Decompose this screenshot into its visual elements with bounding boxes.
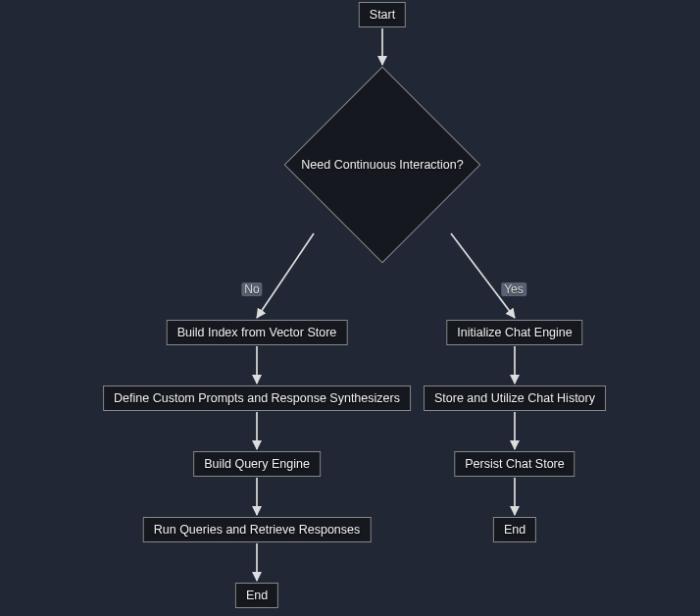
- node-build-index: Build Index from Vector Store: [167, 320, 348, 345]
- node-run-queries: Run Queries and Retrieve Responses: [143, 517, 372, 542]
- node-define-prompts: Define Custom Prompts and Response Synth…: [103, 385, 411, 411]
- edge-label-no: No: [241, 282, 262, 296]
- node-end-no: End: [235, 583, 278, 608]
- node-end-yes: End: [493, 517, 536, 542]
- edge-label-yes: Yes: [501, 282, 526, 296]
- node-persist-chat-store: Persist Chat Store: [454, 451, 575, 477]
- node-build-query-engine: Build Query Engine: [193, 451, 321, 477]
- node-store-chat-history: Store and Utilize Chat History: [424, 385, 606, 411]
- node-decision: Need Continuous Interaction?: [284, 67, 480, 263]
- node-init-chat-engine: Initialize Chat Engine: [446, 320, 582, 345]
- node-start: Start: [359, 2, 406, 27]
- node-decision-label: Need Continuous Interaction?: [301, 158, 463, 172]
